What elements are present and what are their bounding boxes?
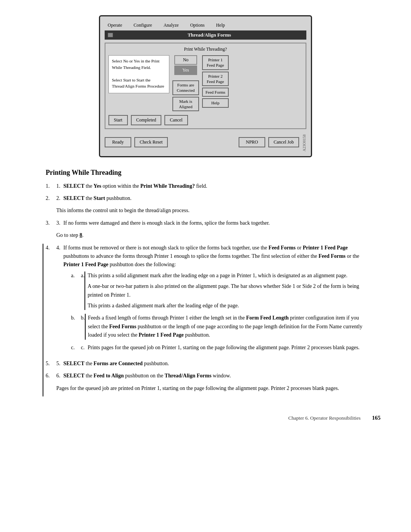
- step-4c: c. Prints pages for the queued job on Pr…: [71, 343, 366, 352]
- step-4-wrapper: 4. If forms must be removed or there is …: [46, 244, 365, 359]
- minimize-button[interactable]: [108, 33, 113, 37]
- step-6-list: 6. SELECT the Feed to Align pushbutton o…: [46, 372, 365, 380]
- content-area: Printing While Threading 1. SELECT the Y…: [46, 169, 365, 396]
- step-4-list: 4. If forms must be removed or there is …: [46, 244, 365, 356]
- step-3-content: If no forms were damaged and there is en…: [64, 219, 366, 227]
- go-to-step-8: Go to step 8.: [56, 231, 365, 240]
- step-6-feed-align: Feed to Align: [94, 373, 124, 379]
- step-2: 2. SELECT the Start pushbutton.: [46, 194, 365, 203]
- change-bar-4: [43, 244, 43, 359]
- step-1-field: Print While Threading?: [140, 183, 195, 189]
- step-2-subtext: This informs the control unit to begin t…: [56, 206, 365, 215]
- menu-help[interactable]: Help: [216, 22, 225, 28]
- menu-operate[interactable]: Operate: [108, 22, 122, 28]
- help-button[interactable]: Help: [202, 98, 229, 107]
- step-6-wrapper: 6. SELECT the Feed to Align pushbutton o…: [46, 372, 365, 396]
- cancel-job-button[interactable]: Cancel Job: [268, 137, 299, 147]
- menu-configure[interactable]: Configure: [134, 22, 152, 28]
- step-1-number: 1.: [56, 182, 61, 190]
- step-4b: b. Feeds a fixed length of forms through…: [71, 314, 366, 339]
- menu-analyze[interactable]: Analyze: [164, 22, 179, 28]
- step-4: 4. If forms must be removed or there is …: [46, 244, 365, 356]
- step-2-number: 2.: [56, 194, 61, 203]
- step-4-number: 4.: [56, 244, 61, 356]
- check-reset-button[interactable]: Check Reset: [134, 137, 168, 147]
- forms-connected-indicator[interactable]: Forms areConnected: [172, 80, 199, 95]
- step-1-yes: Yes: [94, 183, 101, 189]
- step-4a-subtext2: This prints a dashed alignment mark afte…: [88, 302, 365, 310]
- step-1-content: SELECT the Yes option within the Print W…: [64, 182, 366, 190]
- step-6-subtext: Pages for the queued job are printed on …: [56, 384, 365, 393]
- dialog-subtitle: Print While Threading?: [108, 46, 303, 52]
- step-6-content: SELECT the Feed to Align pushbutton on t…: [64, 372, 366, 380]
- center-panel: No Yes Forms areConnected Mark isAligned: [172, 55, 199, 111]
- step-4b-content: Feeds a fixed length of forms through Pr…: [88, 314, 365, 339]
- step-4-printer1: Printer 1 Feed Page: [303, 245, 347, 251]
- step-4a-label: a.: [81, 272, 85, 310]
- step-5-inner: 5. SELECT the Forms are Connected pushbu…: [46, 359, 365, 372]
- step-5-wrapper: 5. SELECT the Forms are Connected pushbu…: [46, 359, 365, 372]
- step-4-feed-forms: Feed Forms: [269, 245, 296, 251]
- steps-list: 1. SELECT the Yes option within the Prin…: [46, 182, 365, 203]
- step-5-list: 5. SELECT the Forms are Connected pushbu…: [46, 359, 365, 368]
- step-4-feed-forms2: Feed Forms: [319, 253, 346, 259]
- dialog-container: Operate Configure Analyze Options Help T…: [30, 15, 381, 157]
- step-4a-content: This prints a solid alignment mark after…: [88, 272, 365, 310]
- menu-bar: Operate Configure Analyze Options Help: [105, 21, 306, 30]
- printer1-feed-page-button[interactable]: Printer 1Feed Page: [202, 55, 229, 70]
- step-4-sublist: a. This prints a solid alignment mark af…: [64, 272, 366, 352]
- right-panel: Printer 1Feed Page Printer 2Feed Page Fe…: [202, 55, 229, 108]
- status-indicators-center: Forms areConnected Mark isAligned: [172, 80, 199, 111]
- step-1: 1. SELECT the Yes option within the Prin…: [46, 182, 365, 190]
- step-4b-feed-forms: Feed Forms: [109, 324, 136, 329]
- step-6-inner: 6. SELECT the Feed to Align pushbutton o…: [46, 372, 365, 396]
- outer-box: Operate Configure Analyze Options Help T…: [99, 15, 312, 157]
- footer-chapter: Chapter 6. Operator Responsibilities: [288, 415, 361, 421]
- radio-no[interactable]: No: [174, 55, 197, 65]
- step-4-printer1-2: Printer 1 Feed Page: [64, 262, 108, 267]
- radio-yes[interactable]: Yes: [174, 66, 197, 75]
- step-5-number: 5.: [56, 359, 61, 368]
- ready-button[interactable]: Ready: [105, 137, 131, 147]
- instruction-line2: Select Start to Start the Thread/Align F…: [112, 77, 166, 89]
- vertical-label: A23O0158: [302, 133, 306, 151]
- change-bar-5: [43, 359, 43, 372]
- title-bar: Thread/Align Forms: [105, 30, 306, 40]
- step-2-select: SELECT: [64, 195, 84, 201]
- instructions-panel: Select No or Yes in the Print While Thre…: [108, 55, 169, 93]
- step-ref-8: 8: [80, 232, 82, 238]
- inner-dialog: Print While Threading? Select No or Yes …: [105, 43, 306, 129]
- npro-button[interactable]: NPRO: [239, 137, 265, 147]
- steps-list-2: 3. If no forms were damaged and there is…: [46, 219, 365, 227]
- action-buttons-row: Start Completed Cancel: [108, 115, 303, 125]
- page-footer: Chapter 6. Operator Responsibilities 165: [30, 412, 381, 421]
- step-1-select: SELECT: [64, 183, 84, 189]
- step-6-number: 6.: [56, 372, 61, 380]
- feed-forms-button[interactable]: Feed Forms: [202, 88, 229, 97]
- step-4-content: If forms must be removed or there is not…: [64, 244, 366, 356]
- start-button[interactable]: Start: [108, 115, 128, 125]
- step-4b-label: b.: [81, 314, 85, 339]
- radio-group: No Yes: [174, 55, 197, 75]
- change-bar-4b: Feeds a fixed length of forms through Pr…: [85, 314, 365, 339]
- step-6-select: SELECT: [64, 373, 84, 379]
- step-4c-label: c.: [81, 343, 85, 352]
- step-6-thread-align: Thread/Align Forms: [165, 373, 212, 379]
- step-3: 3. If no forms were damaged and there is…: [46, 219, 365, 227]
- step-5-select: SELECT: [64, 361, 84, 366]
- step-4-inner: 4. If forms must be removed or there is …: [46, 244, 365, 359]
- step-3-number: 3.: [56, 219, 61, 227]
- step-4b-form-feed: Form Feed Length: [246, 315, 289, 321]
- step-5: 5. SELECT the Forms are Connected pushbu…: [46, 359, 365, 368]
- step-6: 6. SELECT the Feed to Align pushbutton o…: [46, 372, 365, 380]
- bottom-status-bar: Ready Check Reset NPRO Cancel Job A23O01…: [105, 133, 306, 151]
- completed-button[interactable]: Completed: [131, 115, 162, 125]
- mark-aligned-indicator[interactable]: Mark isAligned: [172, 97, 199, 112]
- step-4b-printer1: Printer 1 Feed Page: [139, 332, 183, 338]
- menu-options[interactable]: Options: [190, 22, 205, 28]
- cancel-button[interactable]: Cancel: [164, 115, 188, 125]
- step-2-start: Start: [94, 195, 105, 201]
- printer2-feed-page-button[interactable]: Printer 2Feed Page: [202, 72, 229, 86]
- change-bar-4a: This prints a solid alignment mark after…: [84, 272, 365, 310]
- step-5-content: SELECT the Forms are Connected pushbutto…: [64, 359, 366, 368]
